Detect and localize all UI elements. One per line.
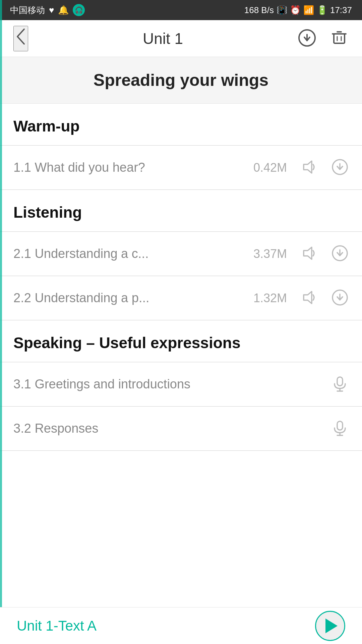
item-2-1-label: 2.1 Understanding a c...	[13, 247, 148, 261]
item-3-1-mic-button[interactable]	[331, 375, 349, 393]
item-2-2-label: 2.2 Understanding a p...	[13, 291, 149, 305]
svg-marker-10	[304, 247, 312, 259]
item-2-1-size: 3.37M	[247, 247, 287, 261]
list-item[interactable]: 3.2 Responses	[0, 407, 362, 451]
section-warmup-header: Warm-up	[0, 104, 362, 145]
nav-actions	[298, 29, 349, 48]
list-item[interactable]: 3.1 Greetings and introductions	[0, 362, 362, 407]
item-3-1-label: 3.1 Greetings and introductions	[13, 377, 190, 391]
vibrate-icon: 📳	[277, 5, 287, 15]
section-speaking-title: Speaking – Useful expressions	[13, 334, 349, 352]
volume-icon	[300, 289, 318, 306]
list-item[interactable]: 2.1 Understanding a c... 3.37M	[0, 232, 362, 276]
back-button[interactable]	[13, 26, 28, 51]
battery-icon: 🔋	[317, 5, 327, 15]
list-item[interactable]: 2.2 Understanding a p... 1.32M	[0, 276, 362, 320]
svg-rect-2	[334, 34, 345, 43]
bell-icon: 🔔	[58, 5, 69, 15]
carrier-text: 中国移动	[10, 4, 45, 16]
time-text: 17:37	[330, 5, 352, 15]
list-item[interactable]: 1.1 What did you hear? 0.42M	[0, 146, 362, 190]
status-right: 168 B/s 📳 ⏰ 📶 🔋 17:37	[244, 5, 352, 15]
download-circle-icon	[331, 289, 349, 306]
download-circle-icon	[331, 245, 349, 262]
health-icon: ♥	[49, 5, 54, 15]
delete-button[interactable]	[330, 29, 349, 48]
page-title: Unit 1	[143, 30, 183, 48]
item-2-2-sound-button[interactable]	[300, 289, 318, 307]
svg-marker-13	[304, 291, 312, 304]
microphone-icon	[331, 419, 349, 437]
status-bar: 中国移动 ♥ 🔔 🎧 168 B/s 📳 ⏰ 📶 🔋 17:37	[0, 0, 362, 20]
signal-icon: 📶	[303, 5, 314, 15]
item-1-1-download-button[interactable]	[331, 158, 349, 177]
volume-icon	[300, 245, 318, 262]
download-circle-icon	[331, 158, 349, 176]
bottom-bar: Unit 1-Text A	[0, 607, 362, 644]
section-listening-title: Listening	[13, 203, 349, 221]
status-left: 中国移动 ♥ 🔔 🎧	[10, 4, 85, 16]
svg-marker-7	[304, 161, 312, 173]
svg-rect-19	[337, 421, 343, 430]
item-2-2-size: 1.32M	[247, 291, 287, 305]
section-warmup-title: Warm-up	[13, 117, 349, 135]
volume-icon	[300, 158, 318, 176]
section-speaking-header: Speaking – Useful expressions	[0, 320, 362, 362]
play-triangle-icon	[325, 619, 338, 633]
item-3-2-mic-button[interactable]	[331, 419, 349, 438]
item-2-1-download-button[interactable]	[331, 245, 349, 263]
section-listening-header: Listening	[0, 190, 362, 231]
play-button[interactable]	[315, 611, 345, 641]
unit-banner: Spreading your wings	[0, 57, 362, 104]
headset-icon: 🎧	[73, 4, 85, 16]
item-2-2-download-button[interactable]	[331, 289, 349, 307]
left-accent-bar	[0, 0, 2, 607]
microphone-icon	[331, 375, 349, 392]
item-2-1-sound-button[interactable]	[300, 245, 318, 263]
item-1-1-size: 0.42M	[247, 161, 287, 175]
alarm-icon: ⏰	[290, 5, 301, 15]
item-1-1-sound-button[interactable]	[300, 158, 318, 177]
nav-bar: Unit 1	[0, 20, 362, 57]
svg-rect-16	[337, 377, 343, 386]
download-button[interactable]	[298, 29, 316, 48]
download-icon	[298, 29, 316, 47]
item-1-1-label: 1.1 What did you hear?	[13, 160, 145, 175]
content-area: Warm-up 1.1 What did you hear? 0.42M	[0, 104, 362, 451]
trash-icon	[330, 29, 349, 47]
item-3-2-label: 3.2 Responses	[13, 421, 99, 436]
bottom-label: Unit 1-Text A	[17, 618, 97, 634]
network-speed: 168 B/s	[244, 5, 274, 15]
unit-subtitle: Spreading your wings	[13, 70, 349, 90]
